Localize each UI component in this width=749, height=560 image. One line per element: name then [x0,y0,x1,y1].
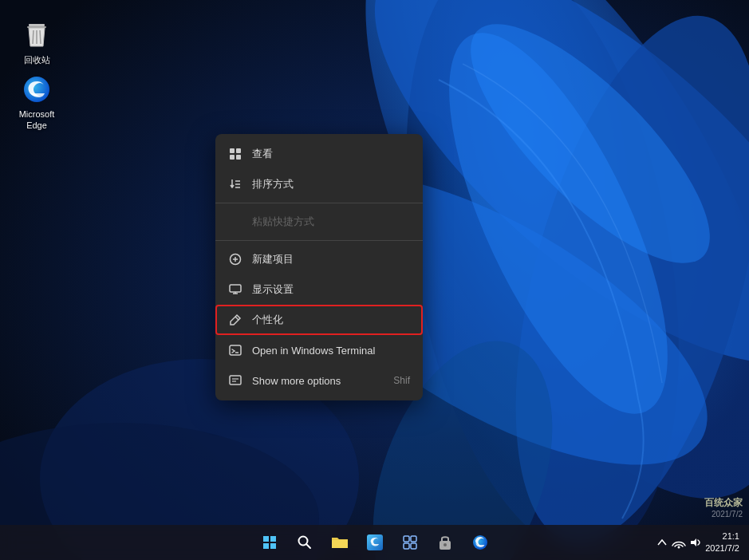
menu-item-personalize[interactable]: 个性化 [215,305,423,335]
security-button[interactable] [429,526,461,558]
menu-item-sort[interactable]: 排序方式 [215,169,423,199]
widgets-button[interactable] [394,526,426,558]
svg-line-15 [40,30,41,44]
svg-rect-39 [270,543,276,549]
taskbar: 21:1 2021/7/2 [0,525,749,560]
svg-rect-38 [263,543,269,549]
edge-image [21,73,53,105]
svg-point-48 [443,543,447,546]
search-button[interactable] [289,526,321,558]
menu-item-view[interactable]: 查看 [215,139,423,169]
svg-line-41 [306,544,310,548]
svg-point-50 [678,546,680,549]
menu-item-paste-shortcut: 粘贴快捷方式 [215,207,423,237]
svg-rect-11 [29,24,45,26]
paste-shortcut-icon [228,215,242,229]
view-icon [228,147,242,161]
taskbar-right: 21:1 2021/7/2 [656,530,739,555]
terminal-icon [228,343,242,357]
recycle-bin-label: 回收站 [24,54,50,65]
menu-item-terminal[interactable]: Open in Windows Terminal [215,335,423,365]
recycle-bin-image [21,19,53,51]
separator-1 [215,203,423,203]
personalize-icon [228,313,242,327]
network-icon[interactable] [672,536,686,549]
terminal-label: Open in Windows Terminal [252,345,410,357]
svg-rect-27 [230,285,241,292]
chevron-up-icon[interactable] [656,536,668,549]
sort-label: 排序方式 [252,177,410,191]
watermark: 百统众家 2021/7/2 [704,496,743,519]
svg-rect-42 [367,534,383,550]
svg-rect-33 [230,376,241,385]
svg-line-13 [33,30,34,44]
new-icon [228,252,242,266]
personalize-label: 个性化 [252,313,410,327]
time-display: 21:1 [705,530,739,542]
svg-rect-37 [270,536,276,542]
edge-taskbar-button[interactable] [359,526,391,558]
svg-rect-17 [230,148,235,153]
taskbar-center [254,526,496,558]
svg-rect-18 [236,148,241,153]
watermark-line2: 2021/7/2 [704,510,743,519]
svg-rect-43 [404,536,409,542]
clock[interactable]: 21:1 2021/7/2 [705,530,739,555]
display-label: 显示设置 [252,282,410,297]
watermark-line1: 百统众家 [704,496,743,510]
file-explorer-button[interactable] [324,526,356,558]
edge-icon[interactable]: Microsoft Edge [11,70,62,135]
svg-rect-20 [236,155,241,160]
more-options-icon [228,373,242,388]
svg-line-30 [235,317,238,320]
recycle-bin-icon[interactable]: 回收站 [11,16,62,69]
more-options-label: Show more options [252,375,384,387]
menu-item-more-options[interactable]: Show more options Shif [215,365,423,396]
edge-label: Microsoft Edge [14,108,59,132]
start-button[interactable] [254,526,286,558]
menu-item-new[interactable]: 新建项目 [215,244,423,274]
context-menu: 查看 排序方式 粘贴快捷方式 [215,134,423,400]
new-label: 新建项目 [252,252,410,266]
paste-shortcut-label: 粘贴快捷方式 [252,215,410,229]
date-display: 2021/7/2 [705,542,739,554]
svg-rect-19 [230,155,235,160]
menu-item-display[interactable]: 显示设置 [215,274,423,305]
svg-point-16 [24,77,49,102]
svg-rect-31 [230,345,241,355]
svg-rect-45 [404,543,409,549]
sort-icon [228,177,242,191]
svg-rect-46 [411,543,416,549]
svg-rect-44 [411,536,416,542]
separator-2 [215,240,423,241]
view-label: 查看 [252,147,410,161]
more-options-shortcut: Shif [393,375,410,386]
display-icon [228,282,242,297]
store-button[interactable] [464,526,496,558]
desktop: 回收站 Microsoft Edge [0,0,749,560]
volume-icon[interactable] [689,536,702,549]
svg-rect-36 [263,536,269,542]
